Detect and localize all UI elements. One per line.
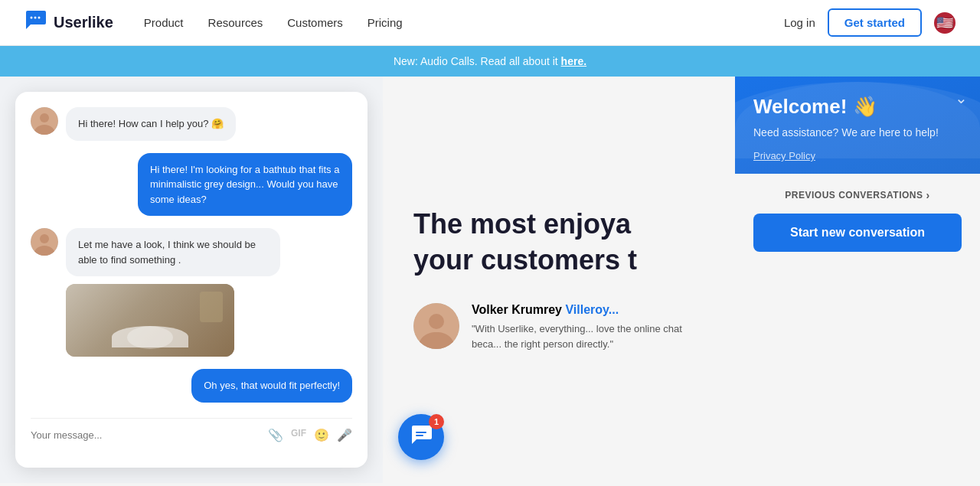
user-msg-2-row: Oh yes, that would fit perfectly! <box>31 369 352 403</box>
logo-text: Userlike <box>54 14 113 31</box>
attachment-icon[interactable]: 📎 <box>268 428 283 442</box>
gif-icon[interactable]: GIF <box>291 428 306 442</box>
svg-point-4 <box>40 113 49 122</box>
user-bubble-1: Hi there! I'm looking for a bathtub that… <box>138 153 352 217</box>
svg-point-10 <box>429 314 444 329</box>
nav-customers[interactable]: Customers <box>287 16 343 29</box>
agent-avatar-2 <box>31 228 58 256</box>
svg-point-0 <box>31 17 33 19</box>
nav-pricing[interactable]: Pricing <box>368 16 403 29</box>
svg-rect-7 <box>416 432 426 433</box>
user-bubble-2: Oh yes, that would fit perfectly! <box>191 369 352 403</box>
agent-avatar <box>31 107 58 135</box>
hero-title: The most enjoya your customers t <box>413 207 704 279</box>
svg-rect-8 <box>416 435 423 436</box>
get-started-button[interactable]: Get started <box>828 8 922 37</box>
main-content: Hi there! How can I help you? 🤗 Hi there… <box>0 77 980 483</box>
language-selector[interactable]: 🇺🇸 <box>934 12 956 34</box>
svg-point-6 <box>40 234 49 243</box>
chat-window: Hi there! How can I help you? 🤗 Hi there… <box>15 92 368 468</box>
agent-reply-row: Let me have a look, I think we should be… <box>31 228 352 357</box>
announcement-bar: New: Audio Calls. Read all about it here… <box>0 46 980 77</box>
chat-input[interactable] <box>31 429 262 441</box>
chat-image <box>66 284 234 357</box>
chat-input-icons: 📎 GIF 🙂 🎤 <box>268 428 352 442</box>
navbar-right: Log in Get started 🇺🇸 <box>784 8 956 37</box>
greeting-bubble: Hi there! How can I help you? 🤗 <box>66 107 236 141</box>
nav-links: Product Resources Customers Pricing <box>144 16 784 29</box>
testimonial: Volker Krumrey Villeroy... "With Userlik… <box>413 303 704 354</box>
navbar: Userlike Product Resources Customers Pri… <box>0 0 980 46</box>
chat-badge: 1 <box>429 414 444 429</box>
testimonial-name: Volker Krumrey Villeroy... <box>472 303 704 317</box>
announcement-link[interactable]: here. <box>561 55 586 67</box>
agent-bubble-1: Let me have a look, I think we should be… <box>66 228 280 276</box>
widget-body: PREVIOUS CONVERSATIONS › Start new conve… <box>735 174 980 483</box>
chat-widget-panel: ⌄ Welcome! 👋 Need assistance? We are her… <box>735 77 980 483</box>
logo-icon <box>24 9 46 36</box>
testimonial-avatar <box>413 303 459 349</box>
user-msg-1-row: Hi there! I'm looking for a bathtub that… <box>31 153 352 217</box>
logo[interactable]: Userlike <box>24 9 113 36</box>
testimonial-quote: "With Userlike, everything... love the o… <box>472 321 704 354</box>
nav-resources[interactable]: Resources <box>208 16 263 29</box>
wave-decoration-1 <box>735 82 980 174</box>
announcement-text: New: Audio Calls. Read all about it <box>394 55 561 67</box>
svg-point-1 <box>34 17 37 19</box>
prev-conversations-chevron: › <box>926 189 929 201</box>
login-button[interactable]: Log in <box>784 16 815 29</box>
float-chat-button[interactable]: 1 <box>398 414 444 460</box>
svg-point-2 <box>38 17 41 19</box>
audio-icon[interactable]: 🎤 <box>337 428 352 442</box>
chat-demo-panel: Hi there! How can I help you? 🤗 Hi there… <box>0 77 383 483</box>
start-conversation-button[interactable]: Start new conversation <box>753 214 962 252</box>
chat-button-icon <box>410 424 432 450</box>
previous-conversations-link[interactable]: PREVIOUS CONVERSATIONS › <box>753 189 962 201</box>
chat-input-area: 📎 GIF 🙂 🎤 <box>31 418 352 442</box>
widget-header: ⌄ Welcome! 👋 Need assistance? We are her… <box>735 77 980 174</box>
emoji-icon[interactable]: 🙂 <box>314 428 329 442</box>
nav-product[interactable]: Product <box>144 16 184 29</box>
chat-row-greeting: Hi there! How can I help you? 🤗 <box>31 107 352 141</box>
testimonial-text: Volker Krumrey Villeroy... "With Userlik… <box>472 303 704 354</box>
